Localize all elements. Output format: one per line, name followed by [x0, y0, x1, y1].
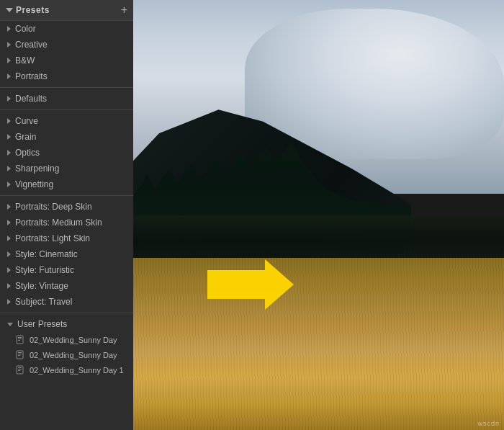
- sidebar-item-label: B&W: [15, 55, 35, 66]
- svg-rect-4: [17, 351, 23, 359]
- chevron-right-icon: [7, 251, 11, 257]
- sidebar-item-label: Creative: [15, 40, 48, 50]
- svg-rect-8: [17, 366, 23, 374]
- chevron-right-icon: [7, 204, 11, 210]
- sidebar-divider: [0, 87, 133, 88]
- sidebar-item-subject-travel[interactable]: Subject: Travel: [0, 294, 133, 310]
- grass-texture: [133, 249, 504, 430]
- arrow-indicator: [207, 259, 294, 310]
- chevron-right-icon: [7, 182, 11, 187]
- svg-rect-6: [18, 354, 22, 354]
- sidebar-item-label: Vignetting: [15, 179, 53, 189]
- chevron-right-icon: [7, 96, 11, 102]
- svg-rect-3: [18, 340, 20, 341]
- sidebar-item-label: Subject: Travel: [15, 297, 72, 307]
- landscape-image: [133, 0, 504, 430]
- user-preset-label: 02_Wedding_Sunny Day 1: [30, 366, 124, 375]
- sidebar-item-sharpening[interactable]: Sharpening: [0, 161, 133, 176]
- chevron-right-icon: [7, 42, 11, 48]
- svg-rect-7: [18, 355, 20, 356]
- chevron-down-icon: [7, 323, 13, 326]
- panel-collapse-icon[interactable]: [6, 8, 13, 12]
- sidebar-item-label: Curve: [15, 116, 38, 126]
- sidebar-item-portraits-medium[interactable]: Portraits: Medium Skin: [0, 215, 133, 230]
- svg-rect-5: [18, 352, 22, 353]
- chevron-right-icon: [7, 220, 11, 225]
- sidebar-divider: [0, 109, 133, 110]
- presets-panel: Presets + ColorCreativeB&WPortraitsDefau…: [0, 0, 133, 430]
- svg-rect-11: [18, 370, 20, 371]
- panel-header: Presets +: [0, 0, 133, 21]
- sidebar-item-label: User Presets: [17, 319, 67, 329]
- sidebar-item-color[interactable]: Color: [0, 21, 133, 37]
- chevron-right-icon: [7, 58, 11, 63]
- chevron-right-icon: [7, 118, 11, 124]
- chevron-right-icon: [7, 26, 11, 32]
- sidebar-item-creative[interactable]: Creative: [0, 37, 133, 53]
- sidebar-divider: [0, 195, 133, 196]
- preset-file-icon: [16, 350, 25, 359]
- sidebar-item-label: Portraits: Medium Skin: [15, 218, 102, 228]
- user-preset-label: 02_Wedding_Sunny Day: [30, 336, 117, 344]
- user-preset-label: 02_Wedding_Sunny Day: [30, 351, 117, 359]
- watermark-text: wscdn: [477, 420, 500, 427]
- sidebar-item-defaults[interactable]: Defaults: [0, 91, 133, 107]
- chevron-right-icon: [7, 166, 11, 171]
- sidebar-item-label: Style: Vintage: [15, 281, 68, 291]
- add-preset-button[interactable]: +: [121, 4, 127, 16]
- sidebar-item-portraits[interactable]: Portraits: [0, 68, 133, 84]
- preset-file-icon: [16, 365, 25, 375]
- user-preset-item-up2[interactable]: 02_Wedding_Sunny Day: [0, 347, 133, 362]
- panel-title: Presets: [16, 5, 50, 15]
- sidebar-item-label: Portraits: Deep Skin: [15, 202, 92, 212]
- svg-rect-1: [18, 337, 22, 338]
- main-image-area: wscdn: [133, 0, 504, 430]
- panel-header-left: Presets: [6, 5, 50, 15]
- chevron-right-icon: [7, 73, 11, 79]
- sidebar-item-curve[interactable]: Curve: [0, 113, 133, 129]
- chevron-right-icon: [7, 267, 11, 273]
- sidebar-item-style-futuristic[interactable]: Style: Futuristic: [0, 262, 133, 278]
- sidebar-item-label: Style: Cinematic: [15, 249, 78, 259]
- svg-rect-9: [18, 367, 22, 368]
- sidebar-item-label: Grain: [15, 132, 36, 142]
- sidebar-item-optics[interactable]: Optics: [0, 145, 133, 161]
- chevron-right-icon: [7, 283, 11, 289]
- sidebar-item-label: Style: Futuristic: [15, 265, 74, 275]
- sidebar-item-user-presets[interactable]: User Presets: [0, 316, 133, 332]
- sidebar-item-style-vintage[interactable]: Style: Vintage: [0, 278, 133, 294]
- sidebar-divider: [0, 313, 133, 313]
- sidebar-item-label: Optics: [15, 148, 40, 158]
- sidebar-item-label: Portraits: [15, 71, 48, 81]
- user-preset-item-up1[interactable]: 02_Wedding_Sunny Day: [0, 332, 133, 347]
- sidebar-item-label: Sharpening: [15, 164, 59, 174]
- svg-rect-0: [17, 336, 23, 344]
- chevron-right-icon: [7, 150, 11, 156]
- preset-file-icon: [16, 335, 25, 344]
- sidebar-item-label: Color: [15, 24, 36, 34]
- chevron-right-icon: [7, 134, 11, 140]
- sidebar-item-style-cinematic[interactable]: Style: Cinematic: [0, 246, 133, 262]
- svg-marker-12: [207, 259, 294, 310]
- sidebar-item-vignetting[interactable]: Vignetting: [0, 176, 133, 192]
- sidebar-item-label: Defaults: [15, 94, 47, 104]
- sidebar-item-grain[interactable]: Grain: [0, 129, 133, 145]
- chevron-right-icon: [7, 299, 11, 305]
- sidebar-item-portraits-deep[interactable]: Portraits: Deep Skin: [0, 199, 133, 215]
- sidebar-item-bw[interactable]: B&W: [0, 53, 133, 68]
- sidebar-item-label: Portraits: Light Skin: [15, 233, 90, 243]
- chevron-right-icon: [7, 236, 11, 241]
- sidebar-item-portraits-light[interactable]: Portraits: Light Skin: [0, 230, 133, 246]
- svg-rect-10: [18, 369, 22, 369]
- svg-rect-2: [18, 339, 22, 339]
- preset-list: ColorCreativeB&WPortraitsDefaultsCurveGr…: [0, 21, 133, 377]
- user-preset-item-up3[interactable]: 02_Wedding_Sunny Day 1: [0, 362, 133, 377]
